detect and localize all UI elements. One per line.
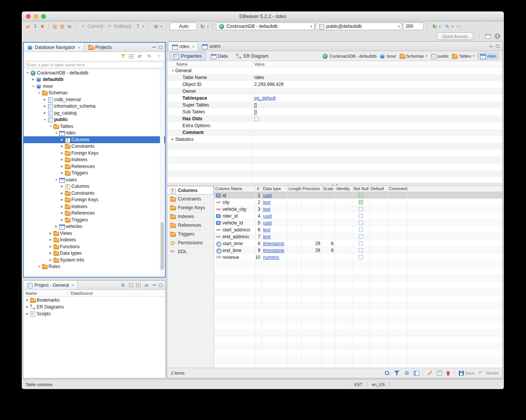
data-type-link[interactable]: numeric bbox=[263, 255, 279, 260]
tree-item-triggers[interactable]: ▶Triggers bbox=[24, 170, 165, 177]
expand-arrow-icon[interactable]: ▶ bbox=[48, 245, 53, 248]
not-null-cell[interactable] bbox=[352, 240, 369, 247]
zoom-window-button[interactable] bbox=[41, 14, 46, 19]
tree-item-constraints[interactable]: ▶Constraints bbox=[24, 190, 165, 197]
data-type-link[interactable]: uuid bbox=[263, 213, 272, 219]
expand-arrow-icon[interactable]: ▶ bbox=[48, 252, 53, 255]
not-null-cell[interactable] bbox=[352, 247, 369, 254]
collapse-arrow-icon[interactable]: ▼ bbox=[42, 118, 47, 121]
breadcrumb-item-cockroachdb-defaultdb[interactable]: CockroachDB - defaultdb bbox=[322, 53, 376, 59]
not-null-checkbox[interactable] bbox=[359, 207, 363, 211]
not-null-cell[interactable] bbox=[352, 254, 369, 261]
property-checkbox[interactable] bbox=[254, 117, 258, 121]
filter-icon[interactable] bbox=[394, 370, 400, 376]
expand-arrow-icon[interactable]: ▶ bbox=[48, 238, 53, 241]
data-type-link[interactable]: text bbox=[263, 234, 270, 239]
project-item-er-diagrams[interactable]: ▶ER Diagrams bbox=[23, 304, 165, 310]
side-tab-constraints[interactable]: Constraints bbox=[167, 195, 214, 204]
minimize-panel-icon[interactable] bbox=[152, 47, 156, 48]
connection-combo[interactable]: CockroachDB - defaultdb ▼ bbox=[216, 23, 315, 30]
property-value[interactable]: [] bbox=[252, 102, 502, 108]
tree-item-tables[interactable]: ▼Tables bbox=[24, 123, 165, 130]
property-row-statistics[interactable]: ▶Statistics bbox=[167, 136, 502, 143]
editor-tab-rides[interactable]: rides× bbox=[168, 42, 198, 51]
column-row-vehicle-id[interactable]: vehicle_id5uuid bbox=[214, 220, 502, 226]
tree-item-public[interactable]: ▼public bbox=[24, 116, 165, 123]
not-null-checkbox[interactable] bbox=[359, 200, 363, 204]
forward-icon[interactable] bbox=[455, 23, 461, 29]
expand-arrow-icon[interactable]: ▶ bbox=[60, 205, 65, 208]
collapse-all-icon[interactable] bbox=[129, 54, 133, 58]
not-null-cell[interactable] bbox=[352, 220, 369, 226]
expand-all-icon[interactable] bbox=[136, 283, 140, 287]
schema-combo[interactable]: public@defaultdb ▼ bbox=[316, 23, 402, 30]
disconnect-icon[interactable] bbox=[39, 23, 45, 29]
subtab-er-diagram[interactable]: ER Diagram bbox=[232, 52, 272, 60]
column-row-city[interactable]: city2text bbox=[214, 199, 502, 206]
data-type-link[interactable]: timestamp bbox=[263, 248, 284, 253]
data-type-link[interactable]: uuid bbox=[263, 220, 272, 226]
tab-database-navigator[interactable]: Database Navigator × bbox=[24, 43, 84, 52]
minimize-editor-icon[interactable] bbox=[489, 46, 493, 47]
column-row-end-time[interactable]: end_time9timestamp296 bbox=[214, 247, 502, 254]
column-header-column-name[interactable]: Column Name bbox=[214, 186, 256, 192]
expand-arrow-icon[interactable]: ▶ bbox=[60, 158, 65, 161]
not-null-cell[interactable] bbox=[352, 199, 369, 206]
commit-mode-combo[interactable]: Auto bbox=[169, 23, 197, 30]
side-tab-permissions[interactable]: Permissions bbox=[167, 239, 214, 247]
tree-item-crdb-internal[interactable]: ▶crdb_internal bbox=[24, 96, 165, 103]
minimize-panel-icon[interactable] bbox=[153, 284, 156, 286]
transfer-data-icon[interactable] bbox=[25, 23, 31, 29]
close-window-button[interactable] bbox=[26, 14, 31, 19]
window-titlebar[interactable]: DBeaver 5.2.2 - rides bbox=[22, 11, 504, 21]
column-header-default[interactable]: Default bbox=[369, 186, 388, 192]
column-header-comment[interactable]: Comment bbox=[388, 186, 408, 192]
expand-arrow-icon[interactable]: ▶ bbox=[25, 312, 30, 315]
tree-item-triggers[interactable]: ▶Triggers bbox=[24, 216, 165, 223]
table-search-input[interactable] bbox=[25, 61, 164, 68]
compare-objects-icon[interactable] bbox=[66, 23, 73, 29]
column-header-precision[interactable]: Precision bbox=[302, 186, 322, 192]
expand-arrow-icon[interactable]: ▶ bbox=[25, 305, 30, 309]
calculate-icon[interactable] bbox=[437, 370, 442, 376]
property-value[interactable]: rides bbox=[252, 75, 502, 80]
side-tab-columns[interactable]: Columns bbox=[167, 186, 214, 195]
data-type-link[interactable]: text bbox=[263, 227, 270, 233]
expand-arrow-icon[interactable]: ▶ bbox=[60, 138, 65, 141]
link-with-editor-icon[interactable] bbox=[137, 53, 143, 59]
collapse-arrow-icon[interactable]: ▼ bbox=[31, 85, 36, 87]
not-null-checkbox[interactable] bbox=[359, 221, 363, 225]
expand-arrow-icon[interactable]: ▶ bbox=[60, 198, 65, 201]
not-null-checkbox[interactable] bbox=[359, 214, 363, 218]
collapse-arrow-icon[interactable]: ▼ bbox=[54, 132, 59, 134]
tree-item-information-schema[interactable]: ▶information_schema bbox=[24, 103, 165, 110]
tree-item-foreign-keys[interactable]: ▶Foreign Keys bbox=[24, 197, 165, 204]
tree-item-functions[interactable]: ▶Functions bbox=[24, 243, 165, 250]
column-row-revenue[interactable]: revenue10numeric bbox=[214, 254, 502, 261]
quick-access-button[interactable]: Quick Access bbox=[437, 32, 473, 40]
not-null-cell[interactable] bbox=[352, 233, 369, 240]
edit-pencil-icon[interactable] bbox=[427, 370, 433, 376]
fetch-size-input[interactable] bbox=[403, 23, 424, 30]
expand-arrow-icon[interactable]: ▶ bbox=[60, 165, 65, 168]
collapse-arrow-icon[interactable]: ▼ bbox=[54, 178, 59, 181]
not-null-checkbox[interactable] bbox=[359, 255, 363, 259]
tree-item-data-types[interactable]: ▶Data types bbox=[24, 250, 165, 257]
collapse-arrow-icon[interactable]: ▼ bbox=[25, 71, 30, 74]
tree-item-rides[interactable]: ▼rides bbox=[24, 130, 165, 137]
tree-item-vehicles[interactable]: ▶vehicles bbox=[24, 223, 165, 230]
data-type-link[interactable]: text bbox=[263, 200, 270, 205]
auto-refresh-dropdown[interactable]: ▾ bbox=[198, 23, 210, 30]
minimize-window-button[interactable] bbox=[34, 14, 38, 19]
expand-arrow-icon[interactable]: ▶ bbox=[60, 152, 65, 155]
property-row-object-id[interactable]: Object ID2,293,998,429 bbox=[167, 81, 502, 88]
collapse-arrow-icon[interactable]: ▼ bbox=[48, 125, 53, 128]
datasource-column-header[interactable]: DataSource bbox=[68, 291, 165, 296]
tab-project-general[interactable]: Project - General × bbox=[23, 281, 78, 289]
tree-item-defaultdb[interactable]: ▶defaultdb bbox=[24, 76, 165, 83]
column-header-data-type[interactable]: Data type bbox=[262, 186, 287, 192]
property-row-sub-tables[interactable]: Sub Tables[] bbox=[167, 108, 502, 115]
not-null-cell[interactable] bbox=[352, 192, 369, 199]
tree-item-movr[interactable]: ▼movr bbox=[24, 83, 165, 90]
expand-arrow-icon[interactable]: ▶ bbox=[60, 171, 65, 174]
